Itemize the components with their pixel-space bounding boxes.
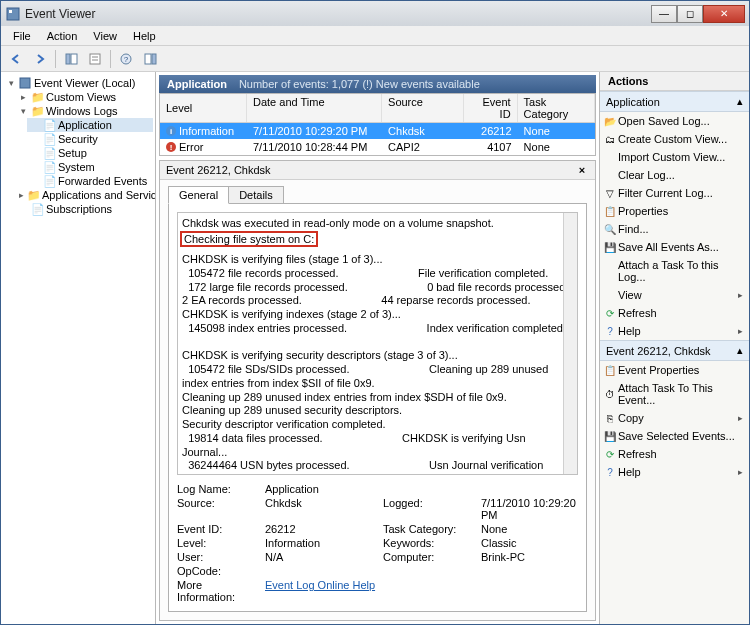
event-message[interactable]: Chkdsk was executed in read-only mode on…	[177, 212, 578, 475]
menu-help[interactable]: Help	[125, 28, 164, 44]
task-icon	[603, 264, 617, 278]
col-taskcat[interactable]: Task Category	[518, 94, 595, 122]
detail-title: Event 26212, Chkdsk	[166, 164, 575, 176]
action-event-properties[interactable]: 📋Event Properties	[600, 361, 749, 379]
action-refresh[interactable]: ⟳Refresh	[600, 304, 749, 322]
tree-security[interactable]: 📄Security	[27, 132, 153, 146]
chevron-right-icon: ▸	[738, 467, 743, 477]
action-clear-log[interactable]: Clear Log...	[600, 166, 749, 184]
save-icon: 💾	[603, 429, 617, 443]
menubar: File Action View Help	[1, 26, 749, 46]
navigation-tree[interactable]: ▾Event Viewer (Local) ▸📁Custom Views ▾📁W…	[1, 72, 156, 624]
col-source[interactable]: Source	[382, 94, 464, 122]
col-level[interactable]: Level	[160, 94, 247, 122]
tree-windows-logs[interactable]: ▾📁Windows Logs	[15, 104, 153, 118]
properties-icon: 📋	[603, 363, 617, 377]
help-icon: ?	[603, 324, 617, 338]
error-icon: !	[166, 142, 176, 152]
action-properties[interactable]: 📋Properties	[600, 202, 749, 220]
actions-section-application[interactable]: Application▴	[600, 91, 749, 112]
app-icon	[5, 6, 21, 22]
event-row[interactable]: iInformation 7/11/2010 10:29:20 PM Chkds…	[160, 123, 595, 139]
help-icon: ?	[603, 465, 617, 479]
action-save-selected[interactable]: 💾Save Selected Events...	[600, 427, 749, 445]
properties-button[interactable]	[84, 49, 106, 69]
show-tree-button[interactable]	[60, 49, 82, 69]
tab-details[interactable]: Details	[228, 186, 284, 204]
svg-rect-1	[9, 10, 12, 13]
window-title: Event Viewer	[25, 7, 651, 21]
event-metadata: Log Name:Application Source:Chkdsk Logge…	[177, 483, 578, 603]
chevron-right-icon: ▸	[738, 326, 743, 336]
highlighted-text: Checking file system on C:	[180, 231, 318, 247]
task-icon: ⏱	[603, 387, 617, 401]
list-header: Application Number of events: 1,077 (!) …	[159, 75, 596, 93]
svg-rect-11	[20, 78, 30, 88]
tree-apps-services[interactable]: ▸📁Applications and Services Logs	[15, 188, 153, 202]
menu-file[interactable]: File	[5, 28, 39, 44]
online-help-link[interactable]: Event Log Online Help	[265, 579, 578, 603]
back-button[interactable]	[5, 49, 27, 69]
refresh-icon: ⟳	[603, 306, 617, 320]
menu-action[interactable]: Action	[39, 28, 86, 44]
actions-section-event[interactable]: Event 26212, Chkdsk▴	[600, 340, 749, 361]
minimize-button[interactable]: —	[651, 5, 677, 23]
svg-text:?: ?	[124, 55, 129, 64]
maximize-button[interactable]: ◻	[677, 5, 703, 23]
information-icon: i	[166, 126, 176, 136]
action-attach-task-event[interactable]: ⏱Attach Task To This Event...	[600, 379, 749, 409]
scrollbar[interactable]	[563, 213, 577, 474]
action-import-custom-view[interactable]: Import Custom View...	[600, 148, 749, 166]
forward-button[interactable]	[29, 49, 51, 69]
detail-close-button[interactable]: ×	[575, 164, 589, 176]
col-date[interactable]: Date and Time	[247, 94, 382, 122]
action-filter-log[interactable]: ▽Filter Current Log...	[600, 184, 749, 202]
action-view[interactable]: View▸	[600, 286, 749, 304]
event-viewer-window: Event Viewer — ◻ ✕ File Action View Help…	[0, 0, 750, 625]
svg-rect-0	[7, 8, 19, 20]
chevron-right-icon: ▸	[738, 413, 743, 423]
find-icon: 🔍	[603, 222, 617, 236]
filter-new-icon: 🗂	[603, 132, 617, 146]
detail-pane: Event 26212, Chkdsk × General Details Ch…	[159, 160, 596, 621]
column-headers[interactable]: Level Date and Time Source Event ID Task…	[160, 94, 595, 123]
properties-icon: 📋	[603, 204, 617, 218]
filter-icon: ▽	[603, 186, 617, 200]
tab-general[interactable]: General	[168, 186, 229, 204]
svg-rect-3	[71, 54, 77, 64]
tree-root[interactable]: ▾Event Viewer (Local)	[3, 76, 153, 90]
close-button[interactable]: ✕	[703, 5, 745, 23]
import-icon	[603, 150, 617, 164]
svg-rect-9	[145, 54, 151, 64]
clear-icon	[603, 168, 617, 182]
action-help[interactable]: ?Help▸	[600, 322, 749, 340]
action-open-saved-log[interactable]: 📂Open Saved Log...	[600, 112, 749, 130]
main-panel: Application Number of events: 1,077 (!) …	[156, 72, 599, 624]
refresh-icon: ⟳	[603, 447, 617, 461]
action-create-custom-view[interactable]: 🗂Create Custom View...	[600, 130, 749, 148]
tree-custom-views[interactable]: ▸📁Custom Views	[15, 90, 153, 104]
detail-tabs: General Details	[160, 180, 595, 204]
event-list[interactable]: Level Date and Time Source Event ID Task…	[159, 93, 596, 156]
col-eventid[interactable]: Event ID	[464, 94, 517, 122]
action-refresh-event[interactable]: ⟳Refresh	[600, 445, 749, 463]
svg-rect-2	[66, 54, 70, 64]
menu-view[interactable]: View	[85, 28, 125, 44]
tree-forwarded[interactable]: 📄Forwarded Events	[27, 174, 153, 188]
action-find[interactable]: 🔍Find...	[600, 220, 749, 238]
action-help-event[interactable]: ?Help▸	[600, 463, 749, 481]
actions-pane: Actions Application▴ 📂Open Saved Log... …	[599, 72, 749, 624]
copy-icon: ⎘	[603, 411, 617, 425]
action-save-all[interactable]: 💾Save All Events As...	[600, 238, 749, 256]
toolbar: ?	[1, 46, 749, 72]
action-copy[interactable]: ⎘Copy▸	[600, 409, 749, 427]
event-row[interactable]: !Error 7/11/2010 10:28:44 PM CAPI2 4107 …	[160, 139, 595, 155]
titlebar: Event Viewer — ◻ ✕	[1, 1, 749, 26]
help-button[interactable]: ?	[115, 49, 137, 69]
action-pane-button[interactable]	[139, 49, 161, 69]
tree-setup[interactable]: 📄Setup	[27, 146, 153, 160]
tree-subscriptions[interactable]: 📄Subscriptions	[15, 202, 153, 216]
tree-system[interactable]: 📄System	[27, 160, 153, 174]
tree-application[interactable]: 📄Application	[27, 118, 153, 132]
action-attach-task-log[interactable]: Attach a Task To this Log...	[600, 256, 749, 286]
